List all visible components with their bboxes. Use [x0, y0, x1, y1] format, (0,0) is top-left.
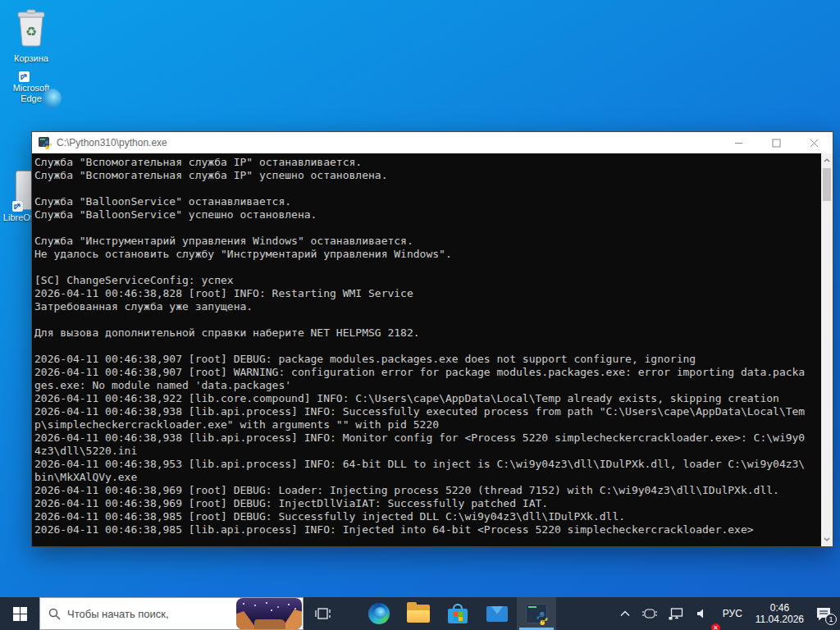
console-line: ges.exe: No module named 'data.packages' [34, 379, 819, 392]
shortcut-arrow-icon [19, 71, 30, 82]
console-line: 2026-04-11 00:46:38,969 [root] DEBUG: In… [34, 497, 819, 510]
tray-expand-button[interactable] [614, 597, 637, 630]
console-line: 2026-04-11 00:46:38,938 [lib.api.process… [34, 405, 819, 418]
taskbar-app-file-explorer[interactable] [399, 597, 438, 630]
store-icon [448, 604, 468, 623]
console-line: 2026-04-11 00:46:38,922 [lib.core.compou… [34, 392, 819, 405]
taskbar-app-python-console[interactable] [517, 597, 556, 630]
console-line: 2026-04-11 00:46:38,907 [root] DEBUG: pa… [34, 353, 819, 366]
scrollbar-thumb[interactable] [823, 168, 831, 201]
console-line: 2026-04-11 00:46:38,938 [lib.api.process… [34, 431, 819, 445]
desktop-icon-microsoft-edge[interactable]: Microsoft Edge [2, 80, 61, 104]
console-line [34, 313, 819, 326]
console-line: p\simplecheckercrackloader.exe" with arg… [34, 418, 819, 431]
console-line [34, 221, 819, 235]
console-line: 4z3\dll\5220.ini [34, 445, 819, 458]
console-line [34, 182, 819, 195]
console-line: Для вызова дополнительной справки набери… [34, 326, 819, 340]
console-line: Затребованная служба уже запущена. [34, 300, 819, 313]
shortcut-arrow-icon [12, 201, 23, 212]
python-console-icon [39, 136, 52, 149]
speaker-muted-icon [696, 608, 709, 619]
mute-badge-icon: ✕ [711, 623, 720, 630]
console-line: 2026-04-11 00:46:38,969 [root] DEBUG: Lo… [34, 484, 819, 497]
recycle-bin-icon: ♻ [2, 8, 61, 51]
network-icon [669, 608, 683, 620]
clock-date: 11.04.2026 [756, 614, 804, 625]
console-line: [SC] ChangeServiceConfig: успех [34, 274, 819, 287]
console-titlebar[interactable]: C:\Python310\python.exe [32, 132, 833, 153]
close-button[interactable] [795, 132, 833, 153]
search-input[interactable]: Чтобы начать поиск, [39, 597, 304, 630]
windows-logo-icon [13, 607, 27, 621]
console-line [34, 340, 819, 353]
console-window: C:\Python310\python.exe Служба "Вспомога… [31, 131, 833, 547]
taskbar-app-edge[interactable] [359, 597, 399, 630]
console-line: 2026-04-11 00:46:38,907 [root] WARNING: … [34, 366, 819, 379]
chevron-up-icon [620, 610, 630, 617]
tray-network[interactable] [663, 597, 689, 630]
console-line: bin\MkXAlQVy.exe [34, 471, 819, 484]
search-placeholder: Чтобы начать поиск, [67, 608, 233, 620]
notification-badge: 1 [825, 614, 837, 625]
tray-guest-tools[interactable] [637, 597, 663, 630]
clock[interactable]: 0:46 11.04.2026 [749, 597, 810, 630]
console-line: Служба "Вспомогательная служба IP" успеш… [34, 169, 819, 182]
console-line: 2026-04-11 00:46:38,953 [lib.api.process… [34, 458, 819, 471]
language-indicator[interactable]: РУС [716, 597, 749, 630]
tray-volume[interactable]: ✕ [689, 597, 716, 630]
search-icon [48, 608, 61, 620]
icon-label: Корзина [2, 53, 61, 64]
start-button[interactable] [0, 597, 39, 630]
taskbar: Чтобы начать поиск, [0, 597, 840, 630]
console-line [34, 261, 819, 274]
search-highlight-image[interactable] [236, 598, 302, 629]
maximize-button[interactable] [757, 132, 795, 153]
console-line: 2026-04-11 00:46:38,985 [root] DEBUG: Su… [34, 510, 819, 523]
console-line: 2026-04-11 00:46:38,828 [root] INFO: Res… [34, 287, 819, 300]
task-view-icon [315, 606, 331, 621]
taskbar-app-mail[interactable] [477, 597, 517, 630]
task-view-button[interactable] [304, 597, 343, 630]
console-window-title: C:\Python310\python.exe [57, 137, 719, 148]
clock-time: 0:46 [756, 602, 804, 614]
scroll-up-icon[interactable] [821, 154, 833, 167]
console-line: Служба "Вспомогательная служба IP" остан… [34, 156, 819, 169]
action-center-button[interactable]: 1 [810, 597, 840, 630]
device-icon [642, 608, 657, 619]
console-line: 2026-04-11 00:46:38,985 [lib.api.process… [34, 523, 819, 536]
console-scrollbar[interactable] [821, 153, 833, 546]
system-tray: ✕ РУС 0:46 11.04.2026 1 [614, 597, 840, 630]
console-line: Служба "BalloonService" останавливается. [34, 195, 819, 208]
edge-icon [368, 603, 390, 624]
python-console-icon [526, 604, 547, 623]
minimize-button[interactable] [719, 132, 757, 153]
desktop-icon-recycle-bin[interactable]: ♻ Корзина [2, 8, 61, 64]
console-output: Служба "Вспомогательная служба IP" остан… [34, 156, 819, 546]
console-line: Служба "BalloonService" успешно остановл… [34, 208, 819, 221]
console-line: Не удалось остановить службу "Инструмент… [34, 248, 819, 261]
console-line: Служба "Инструментарий управления Window… [34, 235, 819, 248]
file-explorer-icon [407, 605, 430, 623]
taskbar-app-store[interactable] [438, 597, 477, 630]
mail-icon [486, 606, 508, 622]
svg-text:♻: ♻ [25, 25, 37, 39]
scroll-down-icon[interactable] [821, 533, 833, 546]
